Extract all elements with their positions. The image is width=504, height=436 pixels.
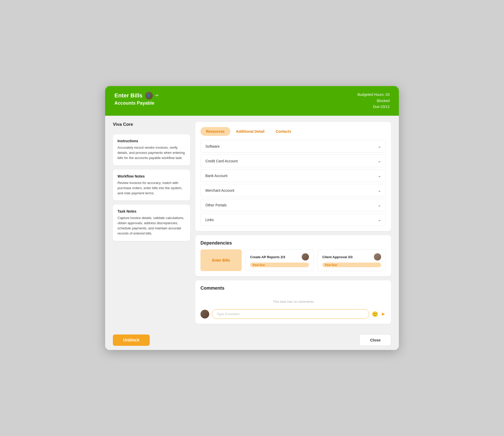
accordion-software[interactable]: Software ⌄ — [200, 140, 386, 153]
emoji-button[interactable]: 🙂 — [372, 311, 378, 317]
header-left: Enter Bills 👤 ✏ Accounts Payable — [114, 92, 159, 106]
status-badge-ap-reports: Past Due — [250, 263, 309, 267]
unblock-button[interactable]: Unblock — [113, 334, 150, 346]
comments-title: Comments — [200, 286, 386, 291]
body: Viva Core Instructions Accurately record… — [105, 116, 399, 330]
left-section-title: Viva Core — [113, 122, 190, 127]
instructions-card-text: Accurately record vendor invoices, verif… — [117, 145, 186, 161]
tab-contacts[interactable]: Contacts — [270, 127, 297, 136]
header-right: Budgeted Hours: 03 Blocked Due 03/12 — [357, 92, 390, 110]
edit-icon[interactable]: ✏ — [155, 93, 159, 98]
chevron-down-icon: ⌄ — [378, 173, 381, 178]
workflow-notes-text: Review invoices for accuracy, match with… — [117, 180, 186, 196]
modal-container: Enter Bills 👤 ✏ Accounts Payable Budgete… — [105, 86, 399, 350]
dep-avatar-client-approval — [374, 253, 381, 261]
blocked-status: Blocked — [357, 98, 390, 104]
accordion-links-label: Links — [205, 218, 214, 222]
accordion-bank-account-label: Bank Account — [205, 174, 228, 178]
accordion-list: Software ⌄ Credit Card Account ⌄ Bank Ac… — [200, 140, 386, 226]
chevron-down-icon: ⌄ — [378, 188, 381, 193]
right-column: Resources Additional Detail Contacts Sof… — [195, 122, 391, 324]
comments-panel: Comments This task has no comments 🙂 ► — [195, 280, 391, 324]
header-subtitle: Accounts Payable — [114, 100, 159, 106]
accordion-bank-account[interactable]: Bank Account ⌄ — [200, 169, 386, 182]
dependencies-row: Enter Bills Create AP Reports 2/3 Past D… — [200, 249, 386, 271]
chevron-down-icon: ⌄ — [378, 203, 381, 207]
accordion-credit-card[interactable]: Credit Card Account ⌄ — [200, 155, 386, 167]
tab-resources[interactable]: Resources — [200, 127, 230, 136]
header: Enter Bills 👤 ✏ Accounts Payable Budgete… — [105, 86, 399, 116]
current-task-dep: Enter Bills — [200, 249, 242, 271]
task-notes-title: Task Notes — [117, 209, 186, 213]
dep-avatar-ap-reports — [302, 253, 309, 261]
left-column: Viva Core Instructions Accurately record… — [113, 122, 190, 241]
close-button[interactable]: Close — [359, 334, 391, 346]
header-title-row: Enter Bills 👤 ✏ — [114, 92, 159, 99]
workflow-notes-card: Workflow Notes Review invoices for accur… — [113, 170, 190, 200]
task-notes-text: Capture invoice details, validate calcul… — [117, 215, 186, 236]
dep-card-ap-reports-header: Create AP Reports 2/3 — [250, 253, 309, 261]
dep-card-client-approval-header: Client Approval 3/3 — [322, 253, 381, 261]
accordion-merchant[interactable]: Merchant Account ⌄ — [200, 184, 386, 197]
budgeted-hours: Budgeted Hours: 03 — [357, 92, 390, 98]
accordion-links[interactable]: Links ⌄ — [200, 213, 386, 226]
footer: Unblock Close — [105, 330, 399, 350]
page-title: Enter Bills — [114, 92, 142, 99]
chevron-down-icon: ⌄ — [378, 158, 381, 163]
tab-additional-detail[interactable]: Additional Detail — [230, 127, 270, 136]
workflow-notes-title: Workflow Notes — [117, 174, 186, 178]
instructions-card-title: Instructions — [117, 139, 186, 143]
chevron-down-icon: ⌄ — [378, 144, 381, 149]
chevron-down-icon: ⌄ — [378, 217, 381, 222]
due-date: Due 03/12 — [357, 104, 390, 110]
tab-bar: Resources Additional Detail Contacts — [200, 127, 386, 136]
comments-empty-message: This task has no comments — [200, 295, 386, 306]
send-comment-button[interactable]: ► — [381, 311, 386, 317]
dependencies-panel: Dependencies Enter Bills Create AP Repor… — [195, 235, 391, 276]
dep-card-ap-reports-title: Create AP Reports 2/3 — [250, 255, 285, 259]
comment-input-row: 🙂 ► — [200, 309, 386, 319]
dep-card-client-approval: Client Approval 3/3 Past Due — [317, 249, 386, 271]
dep-card-client-approval-title: Client Approval 3/3 — [322, 255, 352, 259]
avatar: 👤 — [145, 92, 153, 99]
resources-panel: Resources Additional Detail Contacts Sof… — [195, 122, 391, 231]
accordion-merchant-label: Merchant Account — [205, 188, 234, 192]
accordion-other-portals[interactable]: Other Portals ⌄ — [200, 199, 386, 211]
accordion-software-label: Software — [205, 144, 220, 148]
comment-user-avatar — [200, 310, 209, 318]
status-badge-client-approval: Past Due — [322, 263, 381, 267]
comment-input[interactable] — [212, 309, 369, 319]
dependencies-title: Dependencies — [200, 240, 386, 246]
dep-card-ap-reports: Create AP Reports 2/3 Past Due — [245, 249, 314, 271]
accordion-other-portals-label: Other Portals — [205, 203, 226, 207]
task-notes-card: Task Notes Capture invoice details, vali… — [113, 205, 190, 241]
instructions-card: Instructions Accurately record vendor in… — [113, 134, 190, 165]
accordion-credit-card-label: Credit Card Account — [205, 159, 238, 163]
